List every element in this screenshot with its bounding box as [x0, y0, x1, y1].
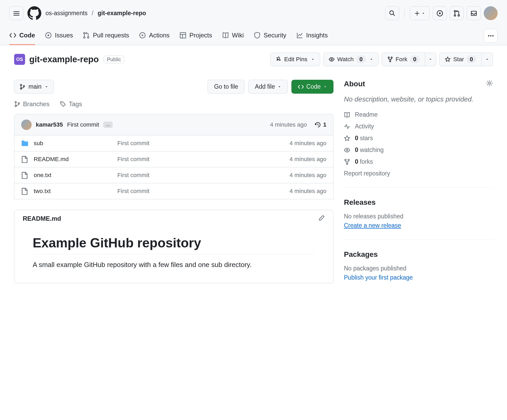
caret-down-icon [429, 58, 432, 61]
repo-header: OS git-example-repo Public Edit Pins Wat… [0, 45, 507, 73]
eye-icon [329, 56, 335, 62]
tab-projects[interactable]: Projects [180, 26, 212, 45]
file-name: one.txt [34, 172, 112, 179]
file-row[interactable]: README.mdFirst commit4 minutes ago [14, 151, 333, 167]
app-header: os-assignments / git-example-repo [0, 0, 507, 26]
svg-rect-11 [180, 32, 186, 38]
branches-link[interactable]: Branches [14, 100, 49, 108]
star-split-button: Star 0 [439, 53, 493, 66]
svg-point-29 [348, 159, 349, 161]
code-icon [298, 84, 304, 90]
file-time: 4 minutes ago [290, 156, 326, 163]
github-icon [27, 6, 41, 20]
avatar[interactable] [484, 6, 498, 20]
go-to-file-button[interactable]: Go to file [208, 80, 245, 94]
breadcrumb-repo[interactable]: git-example-repo [97, 10, 146, 17]
star-dropdown[interactable] [482, 53, 493, 66]
tab-wiki[interactable]: Wiki [222, 26, 244, 45]
create-release-link[interactable]: Create a new release [344, 222, 401, 229]
code-label: Code [306, 83, 321, 90]
tab-security[interactable]: Security [254, 26, 286, 45]
sidebar-packages: Packages No packages published Publish y… [344, 250, 493, 292]
more-menu[interactable] [484, 29, 498, 43]
shield-icon [254, 32, 261, 39]
tab-code[interactable]: Code [9, 26, 35, 45]
branch-selector[interactable]: main [14, 80, 54, 94]
readme-link[interactable]: Readme [344, 111, 493, 118]
fork-button[interactable]: Fork 0 [382, 53, 425, 66]
fork-split-button: Fork 0 [382, 53, 436, 66]
file-row[interactable]: one.txtFirst commit4 minutes ago [14, 167, 333, 183]
branch-icon [20, 84, 25, 90]
issues-button[interactable] [433, 6, 447, 20]
readme-link-label: Readme [355, 111, 378, 118]
commit-count: 1 [323, 121, 326, 128]
watching-text: 0 watching [355, 146, 384, 154]
activity-link[interactable]: Activity [344, 123, 493, 130]
file-commit-msg: First commit [117, 172, 284, 179]
caret-down-icon [422, 12, 425, 15]
tab-issues[interactable]: Issues [45, 26, 73, 45]
svg-point-3 [454, 15, 456, 16]
add-file-button[interactable]: Add file [248, 80, 288, 94]
forks-link[interactable]: 0 forks [344, 158, 493, 165]
repo-nav: Code Issues Pull requests Actions Projec… [0, 26, 507, 45]
commit-author[interactable]: kamar535 [36, 121, 63, 128]
settings-button[interactable] [486, 80, 493, 88]
svg-point-19 [20, 84, 22, 86]
report-link[interactable]: Report repository [344, 170, 493, 177]
tab-actions[interactable]: Actions [139, 26, 170, 45]
svg-point-13 [490, 35, 491, 36]
commit-bar: kamar535 First commit … 4 minutes ago 1 [14, 114, 333, 135]
code-button[interactable]: Code [291, 80, 333, 94]
watching-link[interactable]: 0 watching [344, 146, 493, 154]
divider [404, 9, 405, 18]
commit-ellipsis[interactable]: … [103, 122, 113, 128]
file-time: 4 minutes ago [290, 188, 326, 195]
readme-body: Example GitHub repository A small exampl… [14, 228, 333, 283]
readme-header: README.md [14, 210, 333, 228]
play-icon [139, 32, 146, 39]
book-icon [344, 112, 350, 118]
commit-avatar[interactable] [21, 120, 32, 130]
pencil-icon [319, 215, 325, 221]
sidebar-about-header: About [344, 80, 493, 88]
caret-down-icon [45, 85, 48, 89]
about-description: No description, website, or topics provi… [344, 94, 493, 104]
breadcrumb-org[interactable]: os-assignments [45, 10, 88, 17]
notifications-button[interactable] [467, 6, 481, 20]
file-commit-msg: First commit [117, 188, 284, 195]
file-nav-right: Go to file Add file Code [208, 80, 333, 94]
hamburger-menu[interactable] [9, 6, 23, 20]
github-logo[interactable] [27, 6, 41, 20]
breadcrumb-sep: / [92, 10, 93, 17]
edit-readme-button[interactable] [319, 215, 325, 223]
edit-pins-label: Edit Pins [284, 56, 307, 63]
graph-icon [296, 32, 303, 39]
tab-issues-label: Issues [55, 32, 73, 39]
commit-count-link[interactable]: 1 [315, 121, 326, 128]
edit-pins-button[interactable]: Edit Pins [270, 53, 320, 66]
commit-message[interactable]: First commit [67, 121, 99, 128]
star-button[interactable]: Star 0 [439, 53, 482, 66]
circle-dot-icon [436, 10, 443, 17]
svg-point-26 [488, 82, 491, 84]
breadcrumb: os-assignments / git-example-repo [45, 10, 146, 17]
svg-point-4 [458, 15, 459, 16]
fork-dropdown[interactable] [425, 53, 436, 66]
tags-link[interactable]: Tags [60, 100, 82, 108]
about-links: Readme Activity 0 stars 0 watching 0 for… [344, 111, 493, 177]
publish-package-link[interactable]: Publish your first package [344, 274, 413, 281]
stars-link[interactable]: 0 stars [344, 135, 493, 142]
file-row[interactable]: subFirst commit4 minutes ago [14, 135, 333, 151]
search-button[interactable] [385, 6, 399, 20]
tab-pulls[interactable]: Pull requests [83, 26, 129, 45]
tab-insights[interactable]: Insights [296, 26, 328, 45]
circle-dot-icon [45, 32, 52, 39]
watch-button[interactable]: Watch 0 [323, 53, 378, 66]
readme-filename[interactable]: README.md [23, 215, 61, 222]
pull-requests-button[interactable] [450, 6, 464, 20]
releases-title: Releases [344, 198, 376, 207]
add-dropdown[interactable] [410, 6, 430, 20]
file-row[interactable]: two.txtFirst commit4 minutes ago [14, 183, 333, 199]
